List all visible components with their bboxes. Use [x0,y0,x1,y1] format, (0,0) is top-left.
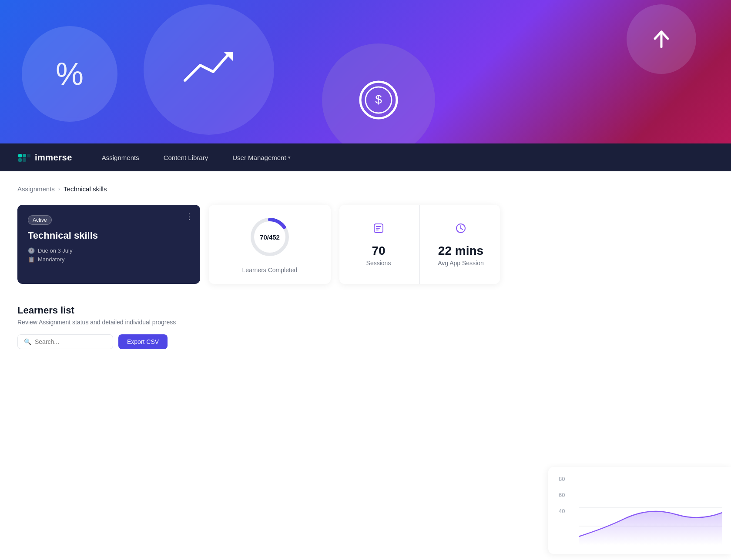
sessions-value: 70 [372,244,385,258]
breadcrumb-assignments[interactable]: Assignments [17,185,55,193]
main-content: Assignments › Technical skills ⋮ Active … [0,171,731,560]
assignment-title: Technical skills [28,230,190,241]
search-icon: 🔍 [24,338,31,345]
search-box[interactable]: 🔍 [17,334,113,349]
logo-text: immerse [35,153,72,163]
clock-stat-icon [455,222,467,237]
svg-line-18 [461,228,463,230]
chart-line-area [579,489,722,545]
learners-completed-label: Learners Completed [242,267,298,273]
svg-rect-5 [18,154,22,157]
hero-circles: % $ [0,0,731,143]
cards-row: ⋮ Active Technical skills 🕐 Due on 3 Jul… [17,205,714,284]
breadcrumb-separator: › [58,186,60,192]
learners-list-section: Learners list Review Assignment status a… [17,305,714,349]
chart-section: 80 60 40 [548,467,731,554]
sessions-stat: 70 Sessions [339,212,418,277]
sessions-avgtime-card: 70 Sessions 22 mins Avg App Session [339,205,500,284]
chart-label-60: 60 [559,492,565,498]
svg-text:$: $ [375,93,382,106]
sessions-icon [372,222,385,237]
due-date-item: 🕐 Due on 3 July [28,247,190,254]
avg-session-label: Avg App Session [438,260,484,267]
trend-circle [144,4,274,135]
mandatory-text: Mandatory [38,256,64,263]
avg-session-value: 22 mins [438,244,483,258]
learners-list-title: Learners list [17,305,714,316]
search-row: 🔍 Export CSV [17,334,714,349]
stat-divider [419,205,420,284]
svg-rect-7 [18,158,22,162]
mandatory-item: 📋 Mandatory [28,256,190,263]
assignment-meta: 🕐 Due on 3 July 📋 Mandatory [28,247,190,263]
coin-circle: $ [322,43,435,143]
percent-circle: % [22,26,117,122]
calendar-icon: 📋 [28,256,35,263]
svg-rect-6 [23,154,26,157]
chart-label-80: 80 [559,476,565,482]
nav-assignments[interactable]: Assignments [98,152,143,163]
learners-list-subtitle: Review Assignment status and detailed in… [17,319,714,326]
breadcrumb-current: Technical skills [64,185,107,193]
nav-content-library[interactable]: Content Library [160,152,212,163]
status-badge: Active [28,215,52,225]
assignment-card: ⋮ Active Technical skills 🕐 Due on 3 Jul… [17,205,200,284]
clock-icon: 🕐 [28,247,35,254]
avg-session-stat: 22 mins Avg App Session [422,212,500,277]
breadcrumb: Assignments › Technical skills [17,185,714,193]
donut-value: 70/452 [260,233,280,241]
svg-rect-8 [23,158,26,162]
navbar: immerse Assignments Content Library User… [0,143,731,171]
svg-rect-9 [27,154,30,157]
up-arrow-circle [627,4,696,74]
card-menu-button[interactable]: ⋮ [185,212,193,221]
logo-icon [17,150,31,164]
search-input[interactable] [35,338,107,345]
learners-completed-card: 70/452 Learners Completed [209,205,331,284]
chart-label-40: 40 [559,508,565,514]
chart-y-labels: 80 60 40 [559,476,565,514]
chevron-down-icon: ▾ [288,155,291,160]
sessions-label: Sessions [366,260,391,267]
export-csv-button[interactable]: Export CSV [118,334,168,349]
nav-user-management[interactable]: User Management ▾ [229,152,294,163]
logo[interactable]: immerse [17,150,72,164]
donut-chart: 70/452 [248,215,292,259]
due-date-text: Due on 3 July [38,247,73,254]
